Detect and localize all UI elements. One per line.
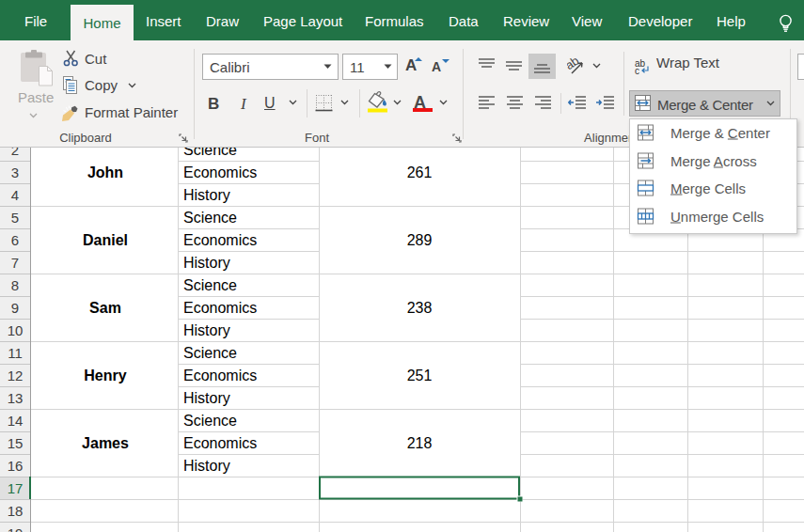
svg-text:Economics: Economics [183,300,257,316]
svg-text:Economics: Economics [183,164,257,180]
svg-text:12: 12 [8,368,24,383]
svg-text:James: James [82,435,129,451]
svg-text:7: 7 [11,255,19,271]
svg-text:218: 218 [407,435,433,451]
svg-text:John: John [87,164,123,180]
svg-text:Science: Science [183,345,237,361]
svg-text:8: 8 [11,277,19,293]
svg-text:19: 19 [8,525,24,532]
svg-text:251: 251 [407,368,433,383]
svg-text:Economics: Economics [183,368,257,383]
svg-text:History: History [183,322,230,338]
svg-text:15: 15 [8,435,24,451]
svg-text:4: 4 [11,187,19,203]
svg-text:261: 261 [407,164,433,180]
svg-text:Science: Science [183,413,237,429]
svg-text:Economics: Economics [183,435,257,451]
svg-text:9: 9 [11,300,19,316]
svg-text:238: 238 [407,300,433,316]
svg-text:17: 17 [8,480,24,496]
svg-text:6: 6 [11,232,19,248]
svg-text:Daniel: Daniel [83,232,128,248]
svg-text:Science: Science [183,210,237,226]
svg-text:Economics: Economics [183,232,257,248]
svg-text:10: 10 [8,322,24,338]
svg-text:16: 16 [8,458,24,474]
svg-text:History: History [183,390,230,406]
svg-text:History: History [183,255,230,271]
svg-text:289: 289 [407,232,433,248]
svg-text:14: 14 [8,413,24,429]
svg-text:13: 13 [8,390,24,406]
svg-text:c: c [635,66,639,75]
svg-text:11: 11 [8,345,23,361]
svg-text:3: 3 [11,164,19,180]
svg-text:Science: Science [183,277,237,293]
svg-text:Henry: Henry [84,368,126,383]
svg-text:18: 18 [8,503,24,519]
svg-text:Sam: Sam [89,300,121,316]
svg-text:5: 5 [11,210,19,226]
svg-text:History: History [183,458,230,474]
svg-text:History: History [183,187,230,203]
